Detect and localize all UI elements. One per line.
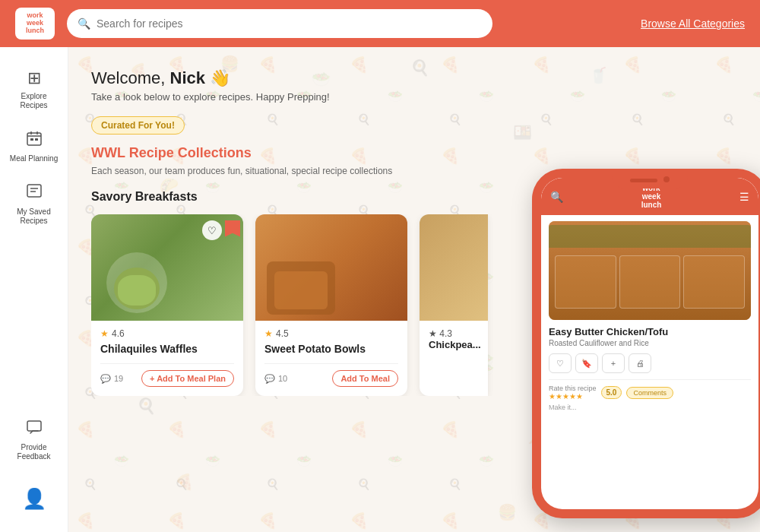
recipe-card-sweet-potato: ★ 4.5 Sweet Potato Bowls 💬 10 Add To Mea… (255, 214, 407, 396)
search-bar[interactable]: 🔍 (67, 9, 492, 38)
sidebar-item-meal-planning[interactable]: Meal Planning (5, 124, 63, 169)
phone-food-image (549, 221, 751, 320)
phone-screen: 🔍 workweeklunch ☰ (541, 178, 758, 509)
phone-menu-icon: ☰ (739, 191, 749, 203)
phone-bookmark-btn[interactable]: 🔖 (575, 353, 598, 373)
rating-2: ★ 4.5 (264, 328, 398, 339)
recipe-card-chilaquiles: ♡ ★ 4.6 Chilaquiles Waffles 💬 19 (91, 214, 243, 396)
recipe-name-partial: Chickpea... (429, 339, 479, 350)
saved-icon (26, 183, 43, 204)
svg-rect-9 (27, 421, 41, 431)
comment-num-1: 19 (114, 374, 123, 383)
welcome-emoji: 👋 (210, 68, 230, 87)
phone-heart-btn[interactable]: ♡ (549, 353, 572, 373)
user-avatar-icon: 👤 (22, 487, 46, 511)
phone-print-btn[interactable]: 🖨 (629, 353, 651, 373)
sidebar-item-explore[interactable]: ⊞ Explore Recipes (5, 62, 63, 116)
phone-camera (663, 176, 670, 182)
sidebar-label-feedback: Provide Feedback (10, 443, 59, 461)
recipe-card-partial: ★ 4.3 Chickpea... (420, 214, 488, 396)
phone-body: Easy Butter Chicken/Tofu Roasted Caulifl… (541, 215, 758, 509)
rating-value-1: 4.6 (112, 328, 125, 339)
food-image-2 (255, 214, 407, 321)
container-3 (683, 255, 745, 309)
curated-badge: Curated For You! (91, 116, 185, 135)
container-1 (555, 255, 616, 309)
welcome-heading: Welcome, Nick 👋 (91, 68, 737, 88)
sidebar-label-meal-planning: Meal Planning (10, 154, 58, 163)
heart-button-1[interactable]: ♡ (202, 220, 222, 240)
phone-notch (612, 169, 688, 188)
sidebar-item-feedback[interactable]: Provide Feedback (5, 413, 63, 467)
svg-rect-5 (35, 138, 38, 141)
recipe-image-sweet-potato (255, 214, 407, 321)
recipe-footer-1: 💬 19 + Add To Meal Plan (100, 363, 234, 387)
main-layout: ⊞ Explore Recipes Meal Planning My Saved… (0, 47, 760, 532)
phone-rating-label: Rate this recipe (549, 385, 597, 392)
phone-stars: ★★★★★ (549, 392, 597, 401)
welcome-subtitle: Take a look below to explore recipes. Ha… (91, 91, 737, 103)
search-input[interactable] (97, 17, 482, 30)
add-to-meal-btn-2[interactable]: Add To Meal (332, 370, 398, 387)
meal-planning-icon (26, 130, 43, 150)
sidebar-label-saved: My Saved Recipes (10, 207, 59, 226)
phone-comments-btn[interactable]: Comments (626, 387, 673, 399)
phone-recipe-image (549, 221, 751, 320)
phone-add-btn[interactable]: + (602, 353, 625, 373)
comment-icon-2: 💬 (264, 374, 275, 384)
recipe-name-1: Chilaquiles Waffles (100, 342, 234, 356)
container-2 (619, 255, 681, 309)
collection-title: WWL Recipe Collections (91, 145, 737, 161)
star-icon-1: ★ (100, 328, 109, 339)
phone-search-icon: 🔍 (550, 191, 563, 203)
phone-mockup: 🔍 workweeklunch ☰ (532, 169, 760, 518)
phone-rating-row: Rate this recipe ★★★★★ 5.0 Comments (549, 379, 751, 401)
phone-speaker (630, 179, 657, 182)
recipe-body-1: ★ 4.6 Chilaquiles Waffles 💬 19 + Add To … (91, 321, 243, 396)
phone-recipe-title: Easy Butter Chicken/Tofu (549, 326, 751, 337)
explore-icon: ⊞ (27, 68, 41, 88)
star-icon-2: ★ (264, 328, 273, 339)
comment-num-2: 10 (278, 374, 287, 383)
search-icon: 🔍 (78, 17, 90, 30)
add-to-meal-btn-1[interactable]: + Add To Meal Plan (141, 370, 234, 387)
rating-1: ★ 4.6 (100, 328, 234, 339)
comment-icon-1: 💬 (100, 374, 111, 384)
rating-value-2: 4.5 (276, 328, 289, 339)
sidebar-label-explore: Explore Recipes (10, 92, 59, 110)
recipe-footer-2: 💬 10 Add To Meal (264, 363, 398, 387)
svg-rect-0 (27, 133, 41, 145)
comment-count-2: 💬 10 (264, 374, 287, 384)
logo-text: workweeklunch (26, 12, 44, 35)
svg-rect-4 (30, 138, 33, 141)
phone-make-label: Make it... (549, 404, 751, 411)
meal-containers (549, 244, 751, 320)
recipe-image-chilaquiles: ♡ (91, 214, 243, 321)
herb-overlay (549, 225, 751, 248)
phone-outer: 🔍 workweeklunch ☰ (532, 169, 760, 518)
svg-rect-6 (27, 185, 41, 197)
recipe-name-2: Sweet Potato Bowls (264, 342, 398, 356)
recipe-body-2: ★ 4.5 Sweet Potato Bowls 💬 10 Add To Mea… (255, 321, 407, 396)
rating-partial: ★ 4.3 (429, 328, 479, 339)
phone-action-buttons: ♡ 🔖 + 🖨 (549, 353, 751, 373)
browse-all-link[interactable]: Browse All Categories (641, 17, 745, 30)
recipe-body-partial: ★ 4.3 Chickpea... (420, 321, 488, 358)
food-image-3 (420, 214, 488, 321)
sidebar-item-user[interactable]: 👤 (5, 481, 63, 517)
main-content: 🍕 🍔 🥗 🍳 🥤 🥕 🍱 🌮 🥙 🍜 🥚 🥗 🍳 🥕 🍕 🍔 Welcome,… (68, 47, 760, 532)
sidebar: ⊞ Explore Recipes Meal Planning My Saved… (0, 47, 68, 532)
comment-count-1: 💬 19 (100, 374, 123, 384)
app-header: workweeklunch 🔍 Browse All Categories (0, 0, 760, 47)
sidebar-item-saved[interactable]: My Saved Recipes (5, 177, 63, 232)
welcome-name: Nick (170, 68, 205, 87)
phone-recipe-subtitle: Roasted Cauliflower and Rice (549, 339, 751, 347)
feedback-icon (26, 419, 43, 439)
app-logo: workweeklunch (15, 8, 55, 40)
welcome-prefix: Welcome, (91, 68, 170, 87)
phone-score-badge: 5.0 (601, 386, 622, 399)
